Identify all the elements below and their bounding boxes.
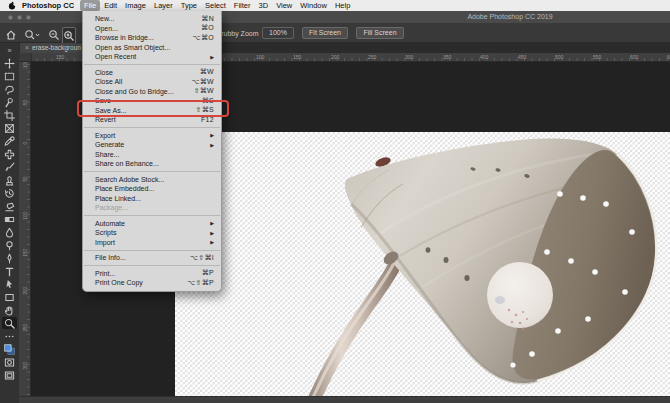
- menu-item-browse-in-bridge[interactable]: Browse in Bridge...⌥⌘O: [83, 33, 221, 43]
- menubar-item-type[interactable]: Type: [177, 0, 201, 11]
- screen-mode-button[interactable]: [2, 369, 17, 381]
- menubar-app-name[interactable]: Photoshop CC: [22, 1, 74, 10]
- menu-item-print-one-copy[interactable]: Print One Copy⌥⇧⌘P: [83, 278, 221, 288]
- menu-item-search-adobe-stock[interactable]: Search Adobe Stock...: [83, 175, 221, 185]
- menu-item-place-embedded[interactable]: Place Embedded...: [83, 184, 221, 194]
- menu-item-place-linked[interactable]: Place Linked...: [83, 194, 221, 204]
- ruler-label: 0: [23, 135, 28, 145]
- eraser-tool[interactable]: [2, 200, 17, 212]
- save-as-highlight-annotation: [77, 100, 229, 117]
- collapse-panel-chevron[interactable]: »: [2, 44, 17, 56]
- hand-tool[interactable]: [2, 304, 17, 316]
- brush-tool[interactable]: [2, 161, 17, 173]
- minimize-button[interactable]: [17, 15, 22, 20]
- submenu-arrow-icon: ▶: [210, 230, 214, 236]
- svg-text:»: »: [7, 45, 11, 54]
- history-brush-tool[interactable]: [2, 187, 17, 199]
- ruler-label: 250: [23, 322, 28, 332]
- edit-toolbar-ellipsis[interactable]: [2, 330, 17, 342]
- menu-item-open[interactable]: Open...⌘O: [83, 24, 221, 34]
- move-tool[interactable]: [2, 57, 17, 69]
- menu-item-export[interactable]: Export▶: [83, 131, 221, 141]
- foreground-background-swatches[interactable]: [2, 343, 17, 355]
- window-title: Adobe Photoshop CC 2019: [430, 11, 590, 23]
- ruler-label: 450: [518, 54, 526, 60]
- menu-item-shortcut: ⌥⇧⌘I: [190, 254, 214, 262]
- menu-item-import[interactable]: Import▶: [83, 238, 221, 248]
- menubar-item-image[interactable]: Image: [121, 0, 150, 11]
- menu-separator: [84, 64, 220, 65]
- menu-item-label: Close and Go to Bridge...: [95, 88, 174, 95]
- macos-menubar: Photoshop CC FileEditImageLayerTypeSelec…: [0, 0, 670, 11]
- menubar-item-view[interactable]: View: [272, 0, 296, 11]
- menu-item-generate[interactable]: Generate▶: [83, 140, 221, 150]
- tab-close-icon[interactable]: ×: [25, 44, 29, 51]
- apple-logo-icon[interactable]: [8, 1, 16, 10]
- crop-tool[interactable]: [2, 109, 17, 121]
- clone-stamp-tool[interactable]: [2, 174, 17, 186]
- menu-item-label: File Info...: [95, 254, 126, 261]
- menu-item-label: Open...: [95, 25, 118, 32]
- path-selection-tool[interactable]: [2, 278, 17, 290]
- menu-item-label: Close All: [95, 78, 122, 85]
- menubar-items: FileEditImageLayerTypeSelectFilter3DView…: [80, 0, 354, 11]
- menu-item-shortcut: ⌘O: [201, 24, 214, 32]
- menubar-item-help[interactable]: Help: [331, 0, 354, 11]
- zoom-percent-input[interactable]: 100%: [262, 27, 294, 39]
- menubar-item-select[interactable]: Select: [201, 0, 230, 11]
- fill-screen-button[interactable]: Fill Screen: [356, 27, 404, 39]
- frame-tool[interactable]: [2, 122, 17, 134]
- lasso-tool[interactable]: [2, 83, 17, 95]
- menu-item-scripts[interactable]: Scripts▶: [83, 228, 221, 238]
- menu-item-print[interactable]: Print...⌘P: [83, 269, 221, 279]
- close-button[interactable]: [8, 15, 13, 20]
- menu-item-label: Revert: [95, 116, 116, 123]
- menubar-item-edit[interactable]: Edit: [100, 0, 121, 11]
- healing-brush-tool[interactable]: [2, 148, 17, 160]
- menubar-item-window[interactable]: Window: [296, 0, 331, 11]
- ruler-label: 100: [23, 210, 28, 220]
- photoshop-screenshot: { "menubar": { "app_name": "Photoshop CC…: [0, 0, 670, 403]
- gradient-tool[interactable]: [2, 213, 17, 225]
- zoom-button[interactable]: [26, 15, 31, 20]
- ruler-label: -100: [23, 62, 28, 70]
- ruler-label: 200: [23, 285, 28, 295]
- menu-item-label: Open as Smart Object...: [95, 44, 170, 51]
- eyedropper-tool[interactable]: [2, 135, 17, 147]
- menu-item-close-all[interactable]: Close All⌥⌘W: [83, 77, 221, 87]
- zoom-tool[interactable]: [2, 317, 17, 329]
- menu-item-label: Scripts: [95, 229, 116, 236]
- ruler-label: 150: [56, 54, 64, 60]
- menu-item-close-and-go-to-bridge[interactable]: Close and Go to Bridge...⇧⌘W: [83, 87, 221, 97]
- type-tool[interactable]: [2, 265, 17, 277]
- quick-mask-button[interactable]: [2, 356, 17, 368]
- menubar-item-filter[interactable]: Filter: [230, 0, 255, 11]
- menu-separator: [84, 127, 220, 128]
- menu-item-open-as-smart-object[interactable]: Open as Smart Object...: [83, 43, 221, 53]
- shape-tool[interactable]: [2, 291, 17, 303]
- menubar-item-file[interactable]: File: [80, 0, 100, 11]
- menu-item-share[interactable]: Share...: [83, 150, 221, 160]
- ruler-label: 300: [23, 360, 28, 370]
- menu-item-file-info[interactable]: File Info...⌥⇧⌘I: [83, 253, 221, 263]
- submenu-arrow-icon: ▶: [210, 239, 214, 245]
- menu-item-new[interactable]: New...⌘N: [83, 14, 221, 24]
- menu-item-automate[interactable]: Automate▶: [83, 219, 221, 229]
- menu-item-share-on-behance[interactable]: Share on Behance...: [83, 159, 221, 169]
- menu-separator: [84, 250, 220, 251]
- document-image-area[interactable]: [175, 132, 670, 396]
- menu-separator: [84, 215, 220, 216]
- marquee-tool[interactable]: [2, 70, 17, 82]
- dodge-tool[interactable]: [2, 239, 17, 251]
- menubar-item-3d[interactable]: 3D: [255, 0, 273, 11]
- menubar-item-layer[interactable]: Layer: [150, 0, 177, 11]
- blur-tool[interactable]: [2, 226, 17, 238]
- quick-selection-tool[interactable]: [2, 96, 17, 108]
- fit-screen-button[interactable]: Fit Screen: [302, 27, 348, 39]
- menu-item-open-recent[interactable]: Open Recent▶: [83, 52, 221, 62]
- menu-item-shortcut: ⌘W: [200, 68, 214, 76]
- pen-tool[interactable]: [2, 252, 17, 264]
- ruler-label: 600: [630, 54, 638, 60]
- lamp-photo: [175, 132, 670, 396]
- menu-item-close[interactable]: Close⌘W: [83, 68, 221, 78]
